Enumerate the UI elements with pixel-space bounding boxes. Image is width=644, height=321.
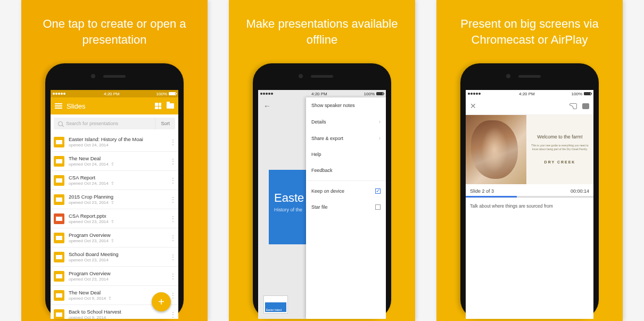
phone-frame: 4:20 PM 100% Slides Sear	[45, 63, 184, 319]
signal-icon	[468, 92, 482, 96]
phone-frame: 4:20 PM 100% ✕ Welcome to the farm! This…	[460, 63, 599, 319]
app-title: Slides	[67, 102, 85, 110]
overflow-icon[interactable]: ⋮	[170, 216, 175, 221]
present-timer: 00:00:14	[571, 188, 589, 194]
overflow-icon[interactable]: ⋮	[170, 254, 175, 260]
menu-item[interactable]: Star file	[306, 199, 386, 215]
battery-pct: 100%	[572, 92, 582, 96]
status-time: 4:20 PM	[311, 92, 327, 96]
hamburger-icon[interactable]	[55, 103, 62, 109]
menu-item[interactable]: Details›	[306, 113, 386, 130]
file-subtitle: opened Oct 24, 2014	[69, 143, 166, 147]
slide-text: Welcome to the farm! This is your new gu…	[526, 115, 593, 184]
shared-icon: ⇪	[111, 162, 114, 167]
list-item[interactable]: Program Overviewopened Oct 23, 2014 ⇪⋮	[51, 228, 178, 248]
file-subtitle: opened Oct 24, 2014 ⇪	[69, 181, 166, 186]
file-title: Easter Island: History of the Moai	[69, 136, 166, 142]
list-item[interactable]: The New Dealopened Oct 24, 2014 ⇪⋮	[51, 152, 178, 171]
shared-icon: ⇪	[111, 200, 114, 205]
phone-screen-2: 4:20 PM 100% ← Easte History of the East…	[258, 90, 386, 319]
file-subtitle: opened Oct 9, 2014 ⇪	[69, 296, 166, 301]
cast-icon[interactable]	[569, 103, 577, 109]
checkbox[interactable]	[375, 188, 381, 194]
file-type-icon	[54, 290, 64, 301]
present-toolbar: ✕	[466, 97, 593, 115]
file-subtitle: opened Oct 23, 2014	[69, 258, 166, 262]
overflow-icon[interactable]: ⋮	[170, 274, 175, 279]
list-item[interactable]: Easter Island: History of the Moaiopened…	[51, 133, 178, 152]
promo-panel-3: Present on big screens via Chromecast or…	[436, 0, 623, 321]
file-type-icon	[54, 156, 64, 167]
signal-icon	[53, 92, 67, 96]
file-type-icon	[54, 213, 64, 224]
file-title: Program Overview	[69, 232, 166, 238]
menu-label: Help	[311, 152, 321, 157]
app-bar: Slides	[51, 97, 178, 114]
slide-brand: DRY CREEK	[544, 160, 576, 164]
shared-icon: ⇪	[111, 219, 114, 224]
panel-caption: One tap to create or open a presentation	[21, 0, 208, 53]
status-right: 100%	[364, 92, 384, 96]
chat-icon[interactable]	[582, 103, 589, 109]
overflow-icon[interactable]: ⋮	[170, 293, 175, 298]
file-title: CSA Report	[69, 175, 166, 180]
overflow-icon[interactable]: ⋮	[170, 197, 175, 202]
overflow-icon[interactable]: ⋮	[170, 139, 175, 145]
sort-button[interactable]: Sort	[155, 118, 175, 129]
menu-label: Details	[311, 119, 326, 125]
search-input[interactable]: Search for presentations	[54, 118, 155, 129]
menu-item[interactable]: Help	[306, 146, 386, 162]
file-type-icon	[54, 137, 64, 147]
search-icon	[58, 121, 63, 126]
slide-heading: Welcome to the farm!	[537, 134, 582, 139]
thumb-label: Easter Island	[266, 308, 282, 311]
slide-body: This is your new guide to everything you…	[530, 144, 590, 151]
list-item[interactable]: 2015 Crop Planningopened Oct 23, 2014 ⇪⋮	[51, 190, 178, 209]
list-item[interactable]: Program Overviewopened Oct 23, 2014⋮	[51, 267, 178, 286]
shared-icon: ⇪	[111, 181, 114, 186]
menu-item[interactable]: Show speaker notes	[306, 97, 386, 113]
phone-frame: 4:20 PM 100% ← Easte History of the East…	[253, 63, 391, 319]
file-subtitle: opened Oct 24, 2014 ⇪	[69, 162, 166, 167]
battery-icon	[169, 92, 176, 95]
file-subtitle: opened Oct 23, 2014 ⇪	[69, 200, 166, 205]
phone-screen-3: 4:20 PM 100% ✕ Welcome to the farm! This…	[466, 90, 593, 319]
slide-thumbnail[interactable]: Easter Island	[263, 295, 288, 314]
menu-item[interactable]: Share & export›	[306, 130, 386, 146]
overflow-icon[interactable]: ⋮	[170, 159, 175, 164]
overflow-icon[interactable]: ⋮	[170, 312, 175, 317]
slide-info-bar: Slide 2 of 3 00:00:14	[466, 184, 593, 196]
search-bar: Search for presentations Sort	[54, 118, 175, 129]
back-arrow-icon[interactable]: ←	[263, 102, 271, 110]
menu-item[interactable]: Feedback	[306, 162, 386, 178]
overflow-icon[interactable]: ⋮	[170, 178, 175, 183]
overflow-icon[interactable]: ⋮	[170, 235, 175, 241]
grid-view-icon[interactable]	[155, 103, 161, 109]
menu-item[interactable]: Keep on device	[306, 180, 386, 199]
status-bar: 4:20 PM 100%	[258, 90, 386, 97]
close-icon[interactable]: ✕	[470, 102, 476, 110]
status-bar: 4:20 PM 100%	[51, 90, 178, 97]
list-item[interactable]: CSA Reportopened Oct 24, 2014 ⇪⋮	[51, 171, 178, 190]
folder-icon[interactable]	[167, 103, 174, 109]
file-type-icon	[54, 309, 64, 319]
list-item[interactable]: CSA Report.pptxopened Oct 23, 2014 ⇪⋮	[51, 209, 178, 228]
menu-label: Star file	[311, 204, 328, 210]
battery-icon	[376, 92, 384, 95]
checkbox[interactable]	[375, 204, 381, 210]
status-bar: 4:20 PM 100%	[466, 90, 593, 97]
slide-image	[466, 115, 526, 184]
progress-bar[interactable]	[466, 196, 593, 197]
file-title: School Board Meeting	[69, 251, 166, 257]
file-title: CSA Report.pptx	[69, 213, 166, 219]
file-title: Back to School Harvest	[69, 309, 166, 315]
menu-label: Feedback	[311, 168, 333, 173]
overflow-menu: Show speaker notesDetails›Share & export…	[306, 97, 386, 319]
promo-panel-2: Make presentations available offline 4:2…	[229, 0, 415, 321]
list-item[interactable]: School Board Meetingopened Oct 23, 2014⋮	[51, 248, 178, 267]
file-title: The New Deal	[69, 290, 166, 295]
current-slide: Welcome to the farm! This is your new gu…	[466, 115, 593, 184]
file-title: Program Overview	[69, 270, 166, 276]
battery-icon	[584, 92, 591, 95]
file-subtitle: opened Oct 23, 2014	[69, 277, 166, 282]
